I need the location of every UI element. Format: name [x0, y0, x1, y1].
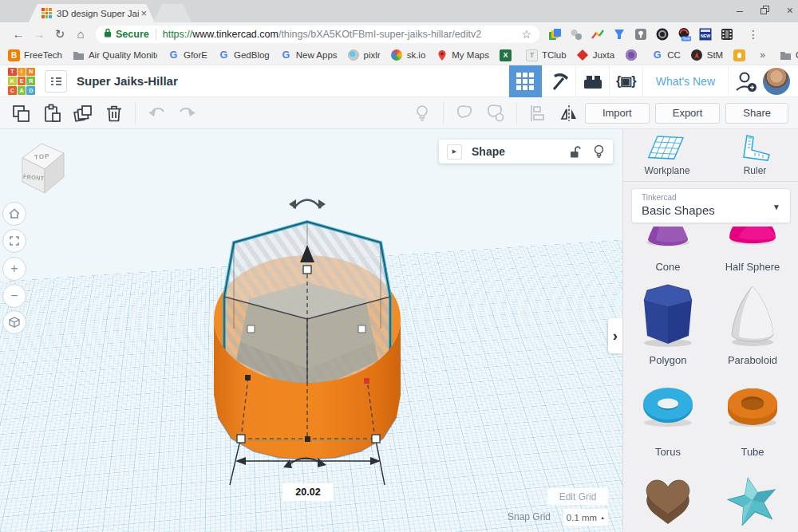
dimension-value[interactable]: 20.02 — [282, 483, 334, 501]
mirror-button[interactable] — [559, 103, 579, 124]
bookmark-gfore[interactable]: GGforE — [168, 49, 207, 61]
bookmark-new-apps[interactable]: GNew Apps — [280, 49, 338, 61]
paste-button[interactable] — [41, 103, 62, 124]
extension-icon-4[interactable] — [612, 27, 626, 41]
browser-menu-icon[interactable]: ⋮ — [748, 28, 759, 41]
dashboard-grid-button[interactable] — [508, 65, 542, 97]
window-minimize-button[interactable]: – — [737, 2, 743, 19]
edit-grid-button[interactable]: Edit Grid — [547, 488, 608, 505]
corner-handle-right[interactable] — [372, 435, 380, 443]
bookmarks-overflow-chevron[interactable]: » — [760, 49, 765, 61]
ruler-tool[interactable]: Ruler — [711, 129, 798, 182]
reload-button[interactable]: ↻ — [49, 27, 70, 41]
bookmark-yellow[interactable] — [733, 49, 749, 61]
mid-handle-active[interactable] — [364, 378, 369, 384]
group-button[interactable] — [454, 103, 475, 124]
tinkercad-logo[interactable]: TIN KER CAD — [8, 68, 35, 95]
inspector-expand-button[interactable]: ▶ — [447, 144, 462, 160]
shape-item-polygon[interactable]: Polygon — [626, 278, 709, 371]
delete-button[interactable] — [104, 103, 124, 124]
ungroup-button[interactable] — [485, 103, 506, 124]
workplane-canvas[interactable]: TOP FRONT + − ▶ Shape › Edit Grid — [0, 129, 622, 532]
mid-handle-left[interactable] — [245, 375, 251, 380]
bookmark-gedblog[interactable]: GGedBlog — [218, 49, 270, 61]
user-avatar[interactable] — [763, 68, 790, 95]
home-view-button[interactable] — [2, 202, 26, 226]
home-button[interactable]: ⌂ — [70, 27, 91, 41]
bookmark-stm[interactable]: StM — [691, 49, 723, 61]
extension-icon-7[interactable]: New — [677, 27, 691, 41]
bookmark-cc[interactable]: GCC — [651, 49, 681, 61]
side-handle-left[interactable] — [247, 325, 255, 333]
browser-tab[interactable]: 3D design Super Jaiks-H × — [29, 4, 155, 22]
duplicate-button[interactable] — [73, 103, 93, 124]
secure-label[interactable]: Secure — [116, 29, 149, 40]
bookmark-purple[interactable] — [625, 49, 641, 61]
back-button[interactable]: ← — [8, 27, 29, 41]
shape-item-half-sphere[interactable]: Half Sphere — [711, 227, 794, 278]
address-bar[interactable]: Secure https://www.tinkercad.com/things/… — [96, 26, 539, 43]
shape-item-star[interactable] — [711, 463, 794, 532]
snap-grid-select[interactable]: 0.1 mm ▲ — [563, 509, 608, 526]
workplane-tool[interactable]: Workplane — [623, 129, 711, 182]
shape-collection-dropdown[interactable]: Tinkercad Basic Shapes ▼ — [631, 188, 791, 223]
bookmark-pixlr[interactable]: pixlr — [348, 49, 381, 61]
shape-item-torus[interactable]: Torus — [626, 370, 709, 463]
extension-icon-3[interactable] — [591, 27, 605, 41]
bookmark-star-icon[interactable]: ☆ — [521, 28, 531, 41]
shape-item-heart[interactable] — [626, 463, 709, 532]
invite-user-button[interactable] — [728, 65, 761, 97]
view-cube[interactable]: TOP FRONT — [16, 137, 70, 196]
redo-button[interactable] — [177, 103, 198, 124]
perspective-toggle-button[interactable] — [2, 310, 26, 334]
toolbar-divider — [135, 102, 136, 124]
extension-icon-2[interactable] — [569, 27, 583, 41]
bookmark-tclub[interactable]: TTClub — [526, 49, 567, 61]
show-all-bulb-icon[interactable] — [412, 103, 433, 124]
shape-item-tube[interactable]: Tube — [711, 370, 794, 463]
window-close-button[interactable]: × — [787, 2, 793, 19]
copy-button[interactable] — [10, 103, 31, 124]
viewcube-top-label[interactable]: TOP — [34, 152, 50, 160]
blocks-pickaxe-button[interactable] — [542, 65, 575, 97]
sidebar-collapse-handle[interactable]: › — [608, 318, 622, 353]
codeblocks-button[interactable]: {▣} — [609, 65, 642, 97]
design-properties-button[interactable] — [45, 70, 67, 93]
bookmark-skio[interactable]: sk.io — [391, 49, 426, 61]
brick-button[interactable] — [575, 65, 609, 97]
bookmark-my-maps[interactable]: My Maps — [436, 49, 489, 61]
unlock-icon[interactable] — [568, 145, 582, 159]
window-restore-button[interactable] — [760, 2, 769, 19]
import-button[interactable]: Import — [585, 103, 650, 124]
rotate-handle-top[interactable] — [289, 199, 326, 209]
bookmark-folder-air-quality[interactable]: Air Quality Monitorin — [73, 49, 157, 61]
new-tab-button[interactable] — [153, 4, 192, 22]
zoom-out-button[interactable]: − — [2, 284, 26, 308]
export-button[interactable]: Export — [655, 103, 721, 124]
other-bookmarks-folder[interactable]: Other bookmarks — [780, 49, 798, 61]
whats-new-link[interactable]: What's New — [642, 65, 728, 97]
mid-handle-front[interactable] — [305, 436, 310, 442]
corner-handle-left[interactable] — [237, 435, 245, 443]
extension-icon-8[interactable]: NEW — [698, 27, 713, 41]
bookmark-excel[interactable]: X — [500, 49, 516, 61]
shape-item-paraboloid[interactable]: Paraboloid — [711, 278, 794, 371]
align-button[interactable] — [527, 103, 548, 124]
share-button[interactable]: Share — [725, 103, 788, 124]
bookmark-freetech[interactable]: BFreeTech — [8, 49, 62, 61]
tab-close-icon[interactable]: × — [140, 7, 147, 19]
extension-icon-1[interactable] — [547, 27, 562, 41]
forward-button[interactable]: → — [29, 27, 49, 41]
bookmark-juxta[interactable]: Juxta — [577, 49, 615, 61]
side-handle-right[interactable] — [358, 325, 365, 333]
top-center-handle[interactable] — [303, 266, 311, 274]
fit-view-button[interactable] — [2, 229, 26, 253]
extension-icon-9[interactable] — [720, 27, 734, 41]
shape-item-cone[interactable]: Cone — [626, 227, 709, 278]
extension-icon-6[interactable] — [655, 27, 670, 41]
lightbulb-icon[interactable] — [593, 144, 605, 159]
extension-icon-5[interactable] — [634, 27, 648, 41]
undo-button[interactable] — [146, 103, 167, 124]
design-title[interactable]: Super Jaiks-Hillar — [77, 74, 178, 88]
zoom-in-button[interactable]: + — [2, 257, 26, 281]
